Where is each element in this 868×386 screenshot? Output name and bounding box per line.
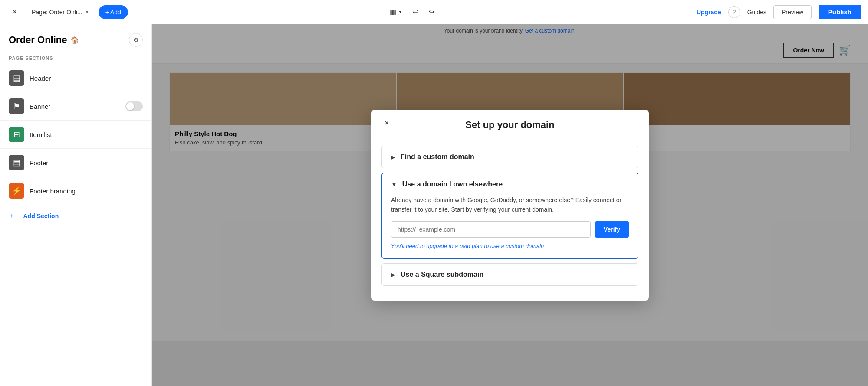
publish-button[interactable]: Publish	[819, 5, 861, 19]
topbar-right: Upgrade ? Guides Preview Publish	[697, 5, 861, 19]
upgrade-button[interactable]: Upgrade	[697, 9, 721, 16]
sidebar-item-item-list[interactable]: ⊟ Item list	[0, 121, 151, 149]
canvas: Your domain is your brand identity. Get …	[152, 24, 868, 386]
sidebar-item-label-banner: Banner	[30, 103, 120, 110]
page-name-chevron: ▼	[85, 10, 89, 14]
topbar-left: × Page: Order Onli... ▼ + Add	[7, 4, 128, 20]
sidebar-title-row: Order Online 🏠 ⚙	[0, 24, 151, 49]
modal-overlay[interactable]: × Set up your domain ▶ Find a custom dom…	[152, 24, 868, 386]
accordion-find-domain-chevron: ▶	[391, 154, 395, 160]
page-sections-label: PAGE SECTIONS	[0, 49, 151, 64]
sidebar-item-banner[interactable]: ⚑ Banner	[0, 92, 151, 121]
accordion-square-subdomain-label: Use a Square subdomain	[401, 271, 483, 278]
accordion-find-domain-label: Find a custom domain	[401, 153, 474, 161]
modal-title: Set up your domain	[465, 119, 554, 131]
sidebar-item-label-header: Header	[30, 75, 143, 82]
add-section-button[interactable]: ＋ + Add Section	[0, 205, 151, 227]
guides-button[interactable]: Guides	[747, 9, 766, 16]
accordion-square-subdomain: ▶ Use a Square subdomain	[381, 263, 638, 286]
accordion-square-subdomain-header[interactable]: ▶ Use a Square subdomain	[382, 264, 638, 285]
help-button[interactable]: ?	[728, 6, 740, 18]
settings-button[interactable]: ⚙	[129, 33, 143, 47]
add-button[interactable]: + Add	[99, 5, 128, 19]
view-mode-button[interactable]: ▦ ▼	[386, 5, 406, 19]
view-mode-chevron: ▼	[398, 10, 402, 14]
upgrade-notice: You'll need to upgrade to a paid plan to…	[391, 243, 629, 249]
domain-input-field[interactable]	[391, 221, 591, 238]
close-button[interactable]: ×	[7, 4, 23, 20]
undo-button[interactable]: ↩	[409, 5, 422, 19]
sidebar-item-footer[interactable]: ▤ Footer	[0, 149, 151, 177]
preview-button[interactable]: Preview	[773, 5, 812, 19]
modal-body: ▶ Find a custom domain ▼ Use a domain I …	[371, 137, 649, 301]
verify-button[interactable]: Verify	[595, 221, 629, 238]
sidebar: Order Online 🏠 ⚙ PAGE SECTIONS ▤ Header …	[0, 24, 152, 386]
plus-icon: ＋	[9, 212, 15, 220]
accordion-own-domain: ▼ Use a domain I own elsewhere Already h…	[381, 173, 638, 259]
banner-toggle[interactable]	[125, 101, 143, 111]
sidebar-page-title: Order Online 🏠	[9, 34, 79, 46]
home-icon[interactable]: 🏠	[70, 36, 79, 44]
toggle-knob	[126, 102, 134, 110]
sidebar-item-label-footer-branding: Footer branding	[30, 187, 143, 195]
redo-button[interactable]: ↪	[425, 5, 438, 19]
view-mode-icon: ▦	[390, 8, 396, 16]
accordion-own-domain-content: Already have a domain with Google, GoDad…	[382, 195, 638, 258]
footer-icon: ▤	[9, 155, 24, 170]
topbar: × Page: Order Onli... ▼ + Add ▦ ▼ ↩ ↪ Up…	[0, 0, 868, 24]
main-layout: Order Online 🏠 ⚙ PAGE SECTIONS ▤ Header …	[0, 24, 868, 386]
banner-icon: ⚑	[9, 98, 24, 114]
modal-close-button[interactable]: ×	[380, 116, 394, 130]
modal-header: × Set up your domain	[371, 110, 649, 137]
page-name-dropdown[interactable]: Page: Order Onli... ▼	[28, 7, 93, 18]
sidebar-item-label-item-list: Item list	[30, 131, 143, 138]
sidebar-item-header[interactable]: ▤ Header	[0, 64, 151, 92]
footer-branding-icon: ⚡	[9, 183, 24, 199]
accordion-find-domain: ▶ Find a custom domain	[381, 146, 638, 168]
page-name-label: Page: Order Onli...	[32, 9, 82, 16]
own-domain-description: Already have a domain with Google, GoDad…	[391, 195, 629, 215]
header-icon: ▤	[9, 70, 24, 86]
arrow-annotation	[152, 24, 165, 81]
accordion-own-domain-header[interactable]: ▼ Use a domain I own elsewhere	[382, 173, 638, 195]
accordion-square-subdomain-chevron: ▶	[391, 271, 395, 278]
domain-modal: × Set up your domain ▶ Find a custom dom…	[371, 110, 649, 301]
accordion-own-domain-label: Use a domain I own elsewhere	[402, 180, 503, 188]
topbar-center: ▦ ▼ ↩ ↪	[128, 5, 697, 19]
item-list-icon: ⊟	[9, 127, 24, 142]
sidebar-item-footer-branding[interactable]: ⚡ Footer branding	[0, 177, 151, 205]
accordion-own-domain-chevron: ▼	[391, 181, 397, 188]
add-section-label: + Add Section	[18, 213, 59, 219]
accordion-find-domain-header[interactable]: ▶ Find a custom domain	[382, 146, 638, 168]
sidebar-item-label-footer: Footer	[30, 159, 143, 167]
domain-input-row: Verify	[391, 221, 629, 238]
